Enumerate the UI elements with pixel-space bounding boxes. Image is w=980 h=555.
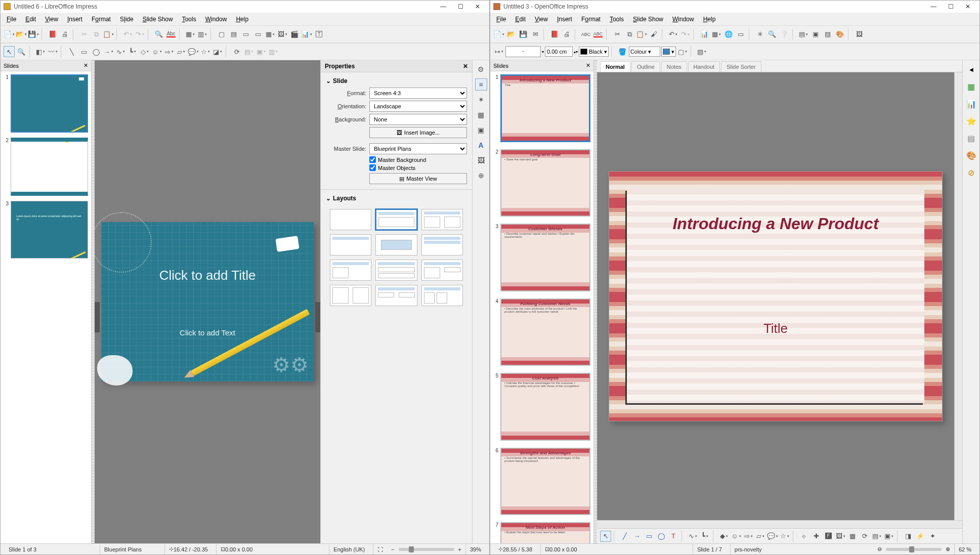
maximize-button[interactable]: ☐ [452, 1, 469, 12]
ellipse-tool[interactable]: ◯ [656, 531, 667, 542]
slide-effects-button[interactable]: ▧ [822, 29, 833, 40]
block-arrow-tool[interactable]: ⇨ [163, 46, 175, 57]
slide-section-header[interactable]: ⌄ Slide [326, 77, 467, 84]
orientation-select[interactable]: Landscape [369, 101, 467, 112]
minimize-button[interactable]: — [435, 1, 452, 12]
callout-tool[interactable]: 💬 [767, 531, 778, 542]
menu-tools[interactable]: Tools [606, 14, 628, 24]
sidebar-navigator-icon[interactable]: ⊕ [475, 169, 487, 182]
select-tool[interactable]: ↖ [4, 46, 15, 57]
zoom-button[interactable]: 🔍 [766, 29, 778, 40]
nav-next-handle[interactable] [315, 302, 320, 332]
vertical-scrollbar[interactable] [954, 72, 962, 520]
layout-blank[interactable] [330, 209, 371, 230]
layout-11[interactable] [375, 285, 417, 306]
tab-normal[interactable]: Normal [600, 61, 630, 72]
table-button[interactable]: ▦ [711, 29, 722, 40]
display-views-button[interactable]: ▢ [216, 29, 227, 40]
layout-centered[interactable] [375, 234, 417, 255]
format-paint-button[interactable]: 🖌 [648, 29, 659, 40]
menu-slide[interactable]: Slide [116, 14, 138, 24]
oo-canvas[interactable]: Introducing a New Product Title [597, 72, 954, 520]
lo-titlebar[interactable]: Untitled 6 - LibreOffice Impress — ☐ ✕ [1, 1, 489, 13]
email-button[interactable]: ✉ [530, 29, 541, 40]
sidebar-settings-icon[interactable]: ⚙ [475, 63, 487, 75]
arrange-button[interactable]: ▣ [255, 46, 267, 57]
image-button[interactable]: 🖼 [277, 29, 288, 40]
rotate-tool[interactable]: ⟳ [859, 531, 870, 542]
curve-tool[interactable]: ∿ [687, 531, 698, 542]
sidebar-master-icon[interactable]: ▣ [475, 124, 487, 136]
table-button[interactable]: ▦ [265, 29, 276, 40]
hyperlink-button[interactable]: 🌐 [723, 29, 734, 40]
menu-slideshow[interactable]: Slide Show [139, 14, 177, 24]
menu-view[interactable]: View [41, 14, 62, 24]
menu-slideshow[interactable]: Slide Show [629, 14, 667, 24]
fill-style-select[interactable]: Colour ▾ [629, 47, 660, 57]
start-first-button[interactable]: ▭ [240, 29, 251, 40]
fit-page-button[interactable]: ⛶ [373, 544, 387, 554]
flowchart-tool[interactable]: ▱ [755, 531, 766, 542]
chart-button[interactable]: 📊 [699, 29, 710, 40]
paste-button[interactable]: 📋 [636, 29, 647, 40]
undo-button[interactable]: ↶ [667, 29, 678, 40]
slide-thumb-7[interactable]: Next Steps of Action• Explain the steps … [500, 522, 590, 543]
slide-thumb-5[interactable]: Cost Analysis• Indicate the financial ad… [500, 373, 590, 441]
zoom-tool[interactable]: 🔍 [16, 46, 27, 57]
layout-9[interactable] [421, 260, 463, 281]
oo-titlebar[interactable]: Untitled 3 - OpenOffice Impress — ☐ ✕ [490, 1, 979, 13]
menu-format[interactable]: Format [577, 14, 605, 24]
open-button[interactable]: 📂 [16, 29, 27, 40]
help-button[interactable]: ❔ [779, 29, 790, 40]
status-lang[interactable]: English (UK) [329, 544, 369, 554]
slide-row-2[interactable]: 2 [4, 138, 88, 196]
start-current-button[interactable]: ▭ [252, 29, 264, 40]
dock-animation-icon[interactable]: ⭐ [965, 115, 977, 127]
rect-tool[interactable]: ▭ [78, 46, 90, 57]
fontwork-button[interactable]: 🎨 [834, 29, 845, 40]
master-bg-check[interactable] [369, 156, 376, 163]
slide-row-3[interactable]: 3Customer Wishes• Describe customer need… [493, 224, 590, 291]
layout-title-only[interactable] [330, 234, 371, 255]
tab-slidesorter[interactable]: Slide Sorter [721, 61, 761, 72]
oo-slides-list[interactable]: 1Introducing a New ProductTitle2Long-ter… [490, 71, 593, 543]
new-doc-button[interactable]: 📄 [4, 29, 15, 40]
tab-outline[interactable]: Outline [631, 61, 660, 72]
close-panel-icon[interactable]: ✕ [586, 62, 590, 69]
symbol-tool[interactable]: ☺ [731, 531, 742, 542]
slide-thumb-3[interactable]: Customer Wishes• Describe customer needs… [500, 224, 590, 291]
close-button[interactable]: ✕ [469, 1, 486, 12]
star-tool[interactable]: ☆ [200, 46, 211, 57]
title-placeholder[interactable]: Click to add Title [121, 268, 293, 283]
menu-format[interactable]: Format [88, 14, 115, 24]
text-tool[interactable]: T [668, 531, 679, 542]
zoom-out-button[interactable]: ⊖ [877, 546, 882, 552]
sidebar-properties-icon[interactable]: ≡ [475, 78, 487, 91]
layout-title-content[interactable] [375, 209, 417, 230]
arrange-tool[interactable]: ▣ [883, 531, 894, 542]
connector-tool[interactable]: ┗ [699, 531, 710, 542]
slide-thumb-1[interactable] [11, 74, 88, 133]
line-color-button[interactable]: 〰 [47, 46, 58, 57]
tab-notes[interactable]: Notes [661, 61, 687, 72]
close-panel-icon[interactable]: ✕ [83, 62, 88, 69]
undo-button[interactable]: ↶ [122, 29, 133, 40]
status-zoom[interactable]: 62 % [954, 544, 975, 554]
align-button[interactable]: ▤ [243, 46, 254, 57]
slide-thumb-6[interactable]: Strengths and Advantages• Summarise the … [500, 448, 590, 516]
cut-button[interactable]: ✂ [78, 29, 90, 40]
zoom-in-button[interactable]: + [458, 546, 461, 552]
line-style-select[interactable] [505, 46, 541, 57]
dock-styles-icon[interactable]: 🎨 [965, 149, 977, 161]
slide-design-button[interactable]: ▣ [810, 29, 821, 40]
menu-tools[interactable]: Tools [178, 14, 200, 24]
new-doc-button[interactable]: 📄 [493, 29, 504, 40]
print-button[interactable]: 🖨 [59, 29, 70, 40]
from-file-tool[interactable]: 🖼 [835, 531, 846, 542]
zoom-slider[interactable] [886, 548, 942, 551]
gallery-tool[interactable]: ▦ [847, 531, 858, 542]
arrow-tool[interactable]: → [103, 46, 114, 57]
area-style-button[interactable]: 🪣 [617, 46, 628, 57]
oo-subtitle-text[interactable]: Title [652, 321, 899, 336]
master-view-button[interactable]: ▤ Master View [369, 173, 467, 184]
